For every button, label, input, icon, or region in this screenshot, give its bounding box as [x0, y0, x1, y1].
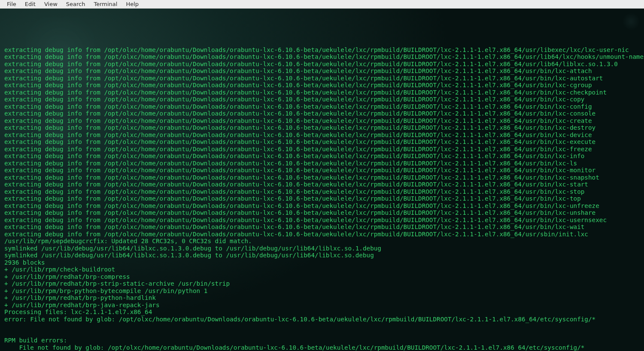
terminal-line: extracting debug info from /opt/olxc/hom… — [0, 223, 644, 231]
terminal-line — [0, 323, 644, 330]
menu-help[interactable]: Help — [122, 0, 143, 8]
desktop-deco-icon — [623, 13, 640, 30]
terminal-line: Processing files: lxc-2.1.1-1.el7.x86_64 — [0, 308, 644, 316]
terminal-line: extracting debug info from /opt/olxc/hom… — [0, 202, 644, 210]
terminal-line: error: File not found by glob: /opt/olxc… — [0, 316, 644, 323]
terminal-line: + /usr/lib/rpm/redhat/brp-python-hardlin… — [0, 294, 644, 302]
terminal-line: extracting debug info from /opt/olxc/hom… — [0, 75, 644, 82]
menu-terminal[interactable]: Terminal — [89, 0, 122, 8]
menu-view[interactable]: View — [40, 0, 62, 8]
terminal-line: extracting debug info from /opt/olxc/hom… — [0, 167, 644, 174]
terminal-line: extracting debug info from /opt/olxc/hom… — [0, 117, 644, 125]
terminal-line: symlinked /usr/lib/debug/usr/lib64/liblx… — [0, 252, 644, 259]
terminal-line: extracting debug info from /opt/olxc/hom… — [0, 67, 644, 75]
terminal-line: extracting debug info from /opt/olxc/hom… — [0, 124, 644, 131]
terminal-line: extracting debug info from /opt/olxc/hom… — [0, 160, 644, 167]
terminal-line: extracting debug info from /opt/olxc/hom… — [0, 138, 644, 146]
terminal-line: /usr/lib/rpm/sepdebugcrcfix: Updated 28 … — [0, 238, 644, 245]
terminal-line: + /usr/lib/rpm/check-buildroot — [0, 266, 644, 273]
terminal-line: extracting debug info from /opt/olxc/hom… — [0, 61, 644, 68]
terminal-viewport[interactable]: extracting debug info from /opt/olxc/hom… — [0, 9, 644, 351]
terminal-line: extracting debug info from /opt/olxc/hom… — [0, 46, 644, 54]
terminal-line: + /usr/lib/rpm/redhat/brp-compress — [0, 273, 644, 281]
terminal-line: extracting debug info from /opt/olxc/hom… — [0, 153, 644, 160]
menu-search[interactable]: Search — [62, 0, 90, 8]
terminal-line: RPM build errors: — [0, 337, 644, 344]
terminal-line: extracting debug info from /opt/olxc/hom… — [0, 181, 644, 188]
terminal-line: extracting debug info from /opt/olxc/hom… — [0, 174, 644, 181]
terminal-line: extracting debug info from /opt/olxc/hom… — [0, 110, 644, 117]
terminal-line: extracting debug info from /opt/olxc/hom… — [0, 195, 644, 202]
terminal-line: extracting debug info from /opt/olxc/hom… — [0, 209, 644, 217]
terminal-line: extracting debug info from /opt/olxc/hom… — [0, 82, 644, 89]
terminal-line: extracting debug info from /opt/olxc/hom… — [0, 89, 644, 96]
terminal-output: extracting debug info from /opt/olxc/hom… — [0, 46, 644, 351]
terminal-line: extracting debug info from /opt/olxc/hom… — [0, 217, 644, 224]
terminal-line: 2936 blocks — [0, 259, 644, 266]
terminal-line: + /usr/lib/rpm/redhat/brp-strip-static-a… — [0, 280, 644, 287]
terminal-line: extracting debug info from /opt/olxc/hom… — [0, 96, 644, 103]
menu-edit[interactable]: Edit — [21, 0, 40, 8]
terminal-line: File not found by glob: /opt/olxc/home/o… — [0, 344, 644, 351]
terminal-line: + /usr/lib/rpm/redhat/brp-java-repack-ja… — [0, 302, 644, 309]
terminal-line — [0, 330, 644, 337]
terminal-line: extracting debug info from /opt/olxc/hom… — [0, 131, 644, 139]
menu-file[interactable]: File — [3, 0, 21, 8]
terminal-line: extracting debug info from /opt/olxc/hom… — [0, 188, 644, 195]
terminal-line: extracting debug info from /opt/olxc/hom… — [0, 146, 644, 153]
terminal-line: extracting debug info from /opt/olxc/hom… — [0, 231, 644, 238]
terminal-line: + /usr/lib/rpm/brp-python-bytecompile /u… — [0, 287, 644, 295]
terminal-line: extracting debug info from /opt/olxc/hom… — [0, 103, 644, 110]
terminal-line: symlinked /usr/lib/debug/usr/lib64/liblx… — [0, 245, 644, 252]
menu-bar: File Edit View Search Terminal Help — [0, 0, 644, 9]
terminal-line: extracting debug info from /opt/olxc/hom… — [0, 53, 644, 61]
